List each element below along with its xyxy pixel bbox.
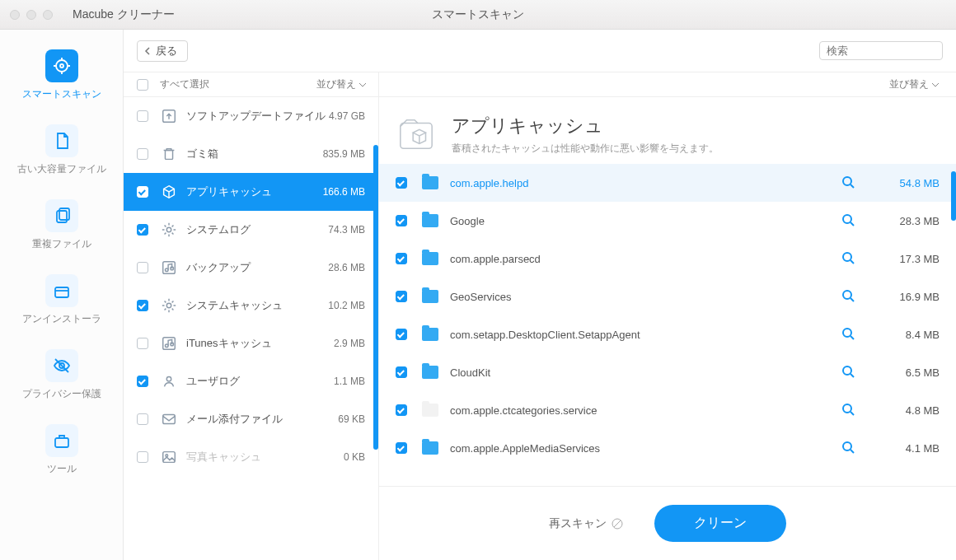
item-row[interactable]: com.apple.helpd54.8 MB (379, 164, 956, 202)
reveal-button[interactable] (841, 288, 857, 305)
item-name: GeoServices (450, 291, 831, 303)
category-size: 4.97 GB (329, 110, 365, 122)
sidebar-item-5[interactable]: ツール (0, 413, 123, 488)
category-row[interactable]: バックアップ28.6 MB (124, 249, 378, 287)
sidebar-item-0[interactable]: スマートスキャン (0, 38, 123, 113)
item-row[interactable]: Google28.3 MB (379, 202, 956, 240)
item-row[interactable]: CloudKit6.5 MB (379, 353, 956, 391)
category-size: 28.6 MB (328, 262, 365, 273)
select-all-checkbox[interactable] (137, 79, 148, 91)
checkbox[interactable] (396, 291, 407, 302)
category-row[interactable]: システムログ74.3 MB (124, 211, 378, 249)
category-size: 835.9 MB (323, 148, 365, 160)
sidebar-item-4[interactable]: プライバシー保護 (0, 338, 123, 413)
search-input[interactable] (827, 44, 956, 57)
sidebar-item-2[interactable]: 重複ファイル (0, 188, 123, 263)
category-row[interactable]: ソフトアップデートファイル4.97 GB (124, 97, 378, 135)
sidebar-label: プライバシー保護 (22, 387, 101, 401)
checkbox[interactable] (396, 404, 407, 416)
category-list[interactable]: ソフトアップデートファイル4.97 GBゴミ箱835.9 MBアプリキャッシュ1… (124, 97, 378, 560)
category-label: バックアップ (186, 260, 328, 275)
detail-panel: 並び替え アプリキャッシュ 蓄積されたキャッシュは性能や動作に悪い影響を与えます… (379, 72, 956, 560)
chevron-down-icon (358, 81, 367, 89)
checkbox[interactable] (137, 451, 148, 463)
scrollbar[interactable] (373, 145, 378, 450)
detail-sort[interactable]: 並び替え (889, 77, 940, 91)
reveal-button[interactable] (841, 364, 857, 380)
chevron-down-icon (931, 81, 940, 89)
checkbox[interactable] (137, 376, 148, 387)
file-icon (45, 124, 78, 157)
category-row[interactable]: アプリキャッシュ166.6 MB (124, 173, 378, 211)
category-row[interactable]: ユーザログ1.1 MB (124, 362, 378, 400)
user-icon (160, 372, 178, 390)
rescan-button[interactable]: 再スキャン (549, 516, 623, 531)
category-header: すべて選択 並び替え (124, 72, 378, 97)
checkbox[interactable] (137, 300, 148, 311)
sidebar: スマートスキャン古い大容量ファイル重複ファイルアンインストーラプライバシー保護ツ… (0, 30, 124, 560)
category-size: 10.2 MB (328, 300, 365, 311)
checkbox[interactable] (137, 110, 148, 122)
category-row[interactable]: システムキャッシュ10.2 MB (124, 287, 378, 324)
checkbox[interactable] (396, 329, 407, 340)
detail-title: アプリキャッシュ (452, 114, 719, 138)
checkbox[interactable] (137, 186, 148, 198)
reveal-button[interactable] (841, 326, 857, 343)
reveal-button[interactable] (841, 250, 857, 267)
category-label: システムキャッシュ (186, 298, 328, 313)
checkbox[interactable] (137, 148, 148, 160)
sidebar-item-3[interactable]: アンインストーラ (0, 263, 123, 338)
upload-icon (160, 107, 178, 125)
svg-point-10 (166, 227, 171, 231)
item-row[interactable]: GeoServices16.9 MB (379, 278, 956, 315)
scrollbar[interactable] (951, 171, 956, 221)
item-list[interactable]: com.apple.helpd54.8 MBGoogle28.3 MBcom.a… (379, 164, 956, 486)
checkbox[interactable] (137, 262, 148, 273)
reveal-button[interactable] (841, 175, 857, 191)
svg-point-14 (166, 303, 171, 307)
checkbox[interactable] (396, 442, 407, 454)
select-all-label: すべて選択 (160, 77, 209, 91)
clean-button[interactable]: クリーン (654, 505, 786, 542)
category-row[interactable]: 写真キャッシュ0 KB (124, 438, 378, 476)
category-row[interactable]: メール添付ファイル69 KB (124, 400, 378, 438)
item-row[interactable]: com.apple.parsecd17.3 MB (379, 240, 956, 278)
reveal-button[interactable] (841, 440, 857, 456)
checkbox[interactable] (137, 338, 148, 349)
sidebar-label: ツール (47, 462, 77, 476)
search-box[interactable] (819, 41, 943, 60)
window-controls[interactable] (10, 10, 53, 20)
category-label: ユーザログ (186, 374, 334, 389)
checkbox[interactable] (396, 253, 407, 264)
category-label: ソフトアップデートファイル (186, 109, 329, 124)
checkbox[interactable] (137, 413, 148, 425)
footer: 再スキャン クリーン (379, 486, 956, 560)
item-name: com.apple.ctcategories.service (450, 404, 831, 417)
sidebar-item-1[interactable]: 古い大容量ファイル (0, 113, 123, 188)
svg-point-30 (843, 442, 851, 450)
checkbox[interactable] (137, 224, 148, 236)
checkbox[interactable] (396, 177, 407, 189)
category-sort[interactable]: 並び替え (316, 77, 367, 91)
copy-icon (45, 199, 78, 232)
item-size: 4.1 MB (882, 442, 940, 455)
reveal-button[interactable] (841, 212, 857, 229)
item-size: 17.3 MB (882, 253, 940, 265)
checkbox[interactable] (396, 366, 407, 378)
titlebar: Macube クリーナー スマートスキャン (0, 0, 956, 30)
target-icon (45, 49, 78, 82)
item-row[interactable]: com.apple.ctcategories.service4.8 MB (379, 391, 956, 429)
category-row[interactable]: ゴミ箱835.9 MB (124, 135, 378, 173)
category-row[interactable]: iTunesキャッシュ2.9 MB (124, 324, 378, 362)
toolbar: 戻る (124, 30, 956, 72)
svg-point-18 (166, 377, 171, 381)
checkbox[interactable] (396, 215, 407, 226)
item-row[interactable]: com.apple.AppleMediaServices4.1 MB (379, 429, 956, 467)
reveal-button[interactable] (841, 402, 857, 418)
back-button[interactable]: 戻る (137, 40, 188, 62)
folder-icon (422, 290, 438, 303)
item-size: 54.8 MB (882, 177, 940, 189)
mail-icon (160, 410, 178, 428)
category-label: アプリキャッシュ (186, 184, 323, 199)
item-row[interactable]: com.setapp.DesktopClient.SetappAgent8.4 … (379, 315, 956, 353)
